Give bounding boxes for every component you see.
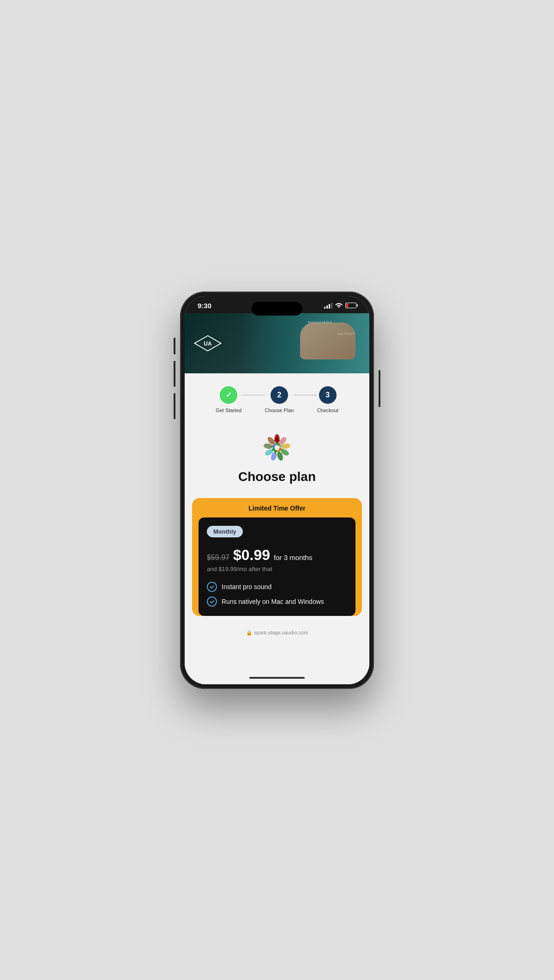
page-content: ✓ Get Started 2 Choose Plan 3 Checkout [185, 373, 369, 673]
mute-button[interactable] [174, 338, 175, 354]
output-label: OUTPUT [337, 332, 355, 336]
feature-item-1: Instant pro sound [207, 582, 347, 592]
home-indicator[interactable] [185, 673, 369, 684]
hero-image: MODIFIERS OUTPUT UA [185, 313, 369, 373]
page-title: Choose plan [238, 469, 316, 484]
price-row: $59.97 $0.99 for 3 months [207, 547, 347, 564]
status-icons [324, 302, 356, 309]
price-note: and $19.99/mo after that [207, 566, 347, 572]
modifiers-label: MODIFIERS [308, 320, 332, 324]
spark-logo-icon [261, 432, 293, 464]
step-3-label: Checkout [317, 408, 338, 413]
steps-progress: ✓ Get Started 2 Choose Plan 3 Checkout [185, 373, 369, 422]
dynamic-island [252, 302, 302, 316]
ua-logo: UA [194, 335, 222, 352]
volume-up-button[interactable] [174, 361, 175, 387]
step-line-1 [241, 395, 265, 396]
power-button[interactable] [379, 370, 380, 407]
price-duration: for 3 months [274, 554, 312, 561]
step-line-2 [294, 395, 317, 396]
svg-point-12 [274, 434, 279, 443]
offer-card-wrapper: Limited Time Offer Monthly $59.97 $0.99 … [192, 498, 362, 616]
step-1-label: Get Started [216, 408, 241, 413]
feature-check-icon-1 [207, 582, 217, 592]
step-2: 2 Choose Plan [265, 386, 294, 413]
wifi-icon [335, 302, 343, 309]
limited-offer-badge: Limited Time Offer [199, 505, 355, 512]
phone-screen: 9:30 [185, 296, 369, 684]
step-1-circle: ✓ [220, 386, 237, 404]
url-bar: 🔒 spark.stage.uaudio.com [185, 625, 369, 640]
phone-frame: 9:30 [180, 292, 374, 689]
feature-text-1: Instant pro sound [222, 583, 271, 590]
step-3-circle: 3 [319, 386, 337, 404]
new-price: $0.99 [233, 547, 270, 564]
battery-icon [345, 303, 356, 308]
signal-icon [324, 303, 332, 309]
step-1: ✓ Get Started [216, 386, 241, 413]
plan-card[interactable]: Monthly $59.97 $0.99 for 3 months and $1… [199, 517, 355, 616]
feature-text-2: Runs natively on Mac and Windows [222, 598, 324, 605]
status-bar: 9:30 [185, 296, 369, 313]
svg-text:UA: UA [204, 340, 212, 347]
url-text: spark.stage.uaudio.com [254, 630, 308, 635]
step-2-label: Choose Plan [265, 408, 294, 413]
volume-down-button[interactable] [174, 393, 175, 419]
feature-list: Instant pro sound Runs natively on Mac a… [207, 582, 347, 607]
step-2-circle: 2 [271, 386, 288, 404]
lock-icon: 🔒 [246, 630, 253, 636]
step-3: 3 Checkout [317, 386, 338, 413]
home-bar [249, 677, 305, 679]
plan-type-badge: Monthly [207, 526, 243, 537]
feature-check-icon-2 [207, 597, 217, 607]
feature-item-2: Runs natively on Mac and Windows [207, 597, 347, 607]
status-time: 9:30 [198, 302, 211, 310]
section-header: Choose plan [185, 422, 369, 489]
original-price: $59.97 [207, 554, 229, 562]
